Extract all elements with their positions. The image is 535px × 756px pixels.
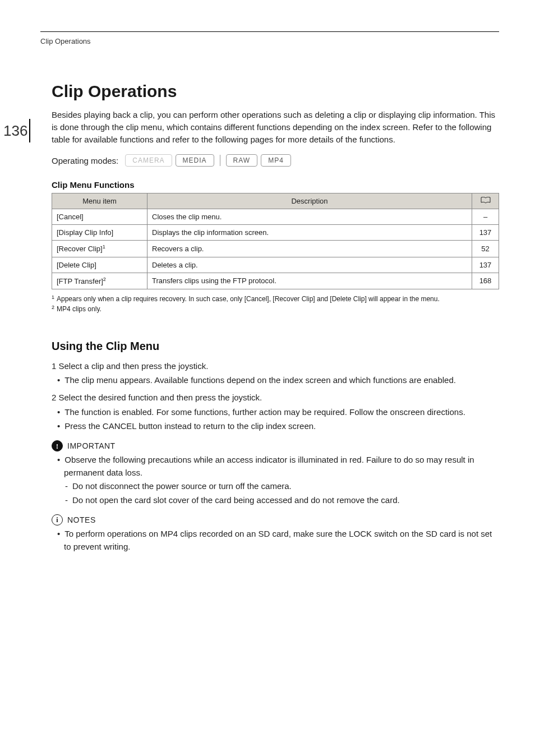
cell-menu-text: [Cancel] (57, 213, 84, 221)
page: Clip Operations 136 Clip Operations Besi… (0, 0, 535, 756)
operating-modes-row: Operating modes: CAMERA MEDIA RAW MP4 (52, 154, 499, 167)
step-2: 2 Select the desired function and then p… (52, 391, 499, 404)
steps: 1 Select a clip and then press the joyst… (52, 359, 499, 432)
cell-menu: [Recover Clip]1 (52, 241, 147, 257)
cell-menu-sup: 2 (103, 276, 106, 282)
important-sub: Do not disconnect the power source or tu… (52, 480, 499, 493)
cell-page: 52 (472, 241, 499, 257)
clip-menu-table: Menu item Description [Cancel] Closes th… (52, 193, 499, 289)
running-header: Clip Operations (40, 37, 91, 45)
cell-page: – (472, 209, 499, 225)
cell-page: 137 (472, 225, 499, 241)
intro-paragraph: Besides playing back a clip, you can per… (52, 109, 499, 145)
operating-modes-label: Operating modes: (52, 156, 118, 165)
page-number-bar (29, 119, 30, 142)
cell-menu: [FTP Transfer]2 (52, 273, 147, 289)
page-title: Clip Operations (52, 82, 499, 101)
mode-camera-pill: CAMERA (125, 154, 172, 167)
cell-desc: Recovers a clip. (147, 241, 472, 257)
important-bullet: Observe the following precautions while … (52, 454, 499, 479)
footnote-text: MP4 clips only. (57, 304, 102, 314)
th-page-ref (472, 193, 499, 209)
th-description: Description (147, 193, 472, 209)
important-icon: ! (52, 440, 63, 451)
step-2-bullet: The function is enabled. For some functi… (52, 405, 499, 418)
cell-desc: Transfers clips using the FTP protocol. (147, 273, 472, 289)
cell-menu-sup: 1 (103, 244, 105, 250)
important-sub: Do not open the card slot cover of the c… (52, 494, 499, 507)
cell-page: 168 (472, 273, 499, 289)
footnotes: 1Appears only when a clip requires recov… (52, 294, 499, 314)
cell-menu: [Cancel] (52, 209, 147, 225)
table-header-row: Menu item Description (52, 193, 499, 209)
cell-desc: Displays the clip information screen. (147, 225, 472, 241)
table-caption: Clip Menu Functions (52, 180, 499, 190)
cell-page: 137 (472, 257, 499, 273)
table-row: [Display Clip Info] Displays the clip in… (52, 225, 499, 241)
cell-menu-text: [Delete Clip] (57, 261, 96, 269)
mode-mp4-pill: MP4 (261, 154, 291, 167)
footnote-num: 2 (52, 304, 54, 314)
table-row: [Cancel] Closes the clip menu. – (52, 209, 499, 225)
important-label-block: ! IMPORTANT (52, 440, 499, 451)
cell-desc: Deletes a clip. (147, 257, 472, 273)
top-rule (40, 31, 499, 32)
notes-icon: i (52, 514, 63, 525)
important-label: IMPORTANT (67, 441, 116, 450)
page-number: 136 (3, 122, 27, 140)
notes-label: NOTES (67, 515, 96, 524)
table-row: [FTP Transfer]2 Transfers clips using th… (52, 273, 499, 289)
step-2-bullet: Press the CANCEL button instead to retur… (52, 420, 499, 432)
footnote-text: Appears only when a clip requires recove… (57, 294, 440, 304)
content: Clip Operations Besides playing back a c… (40, 31, 499, 553)
step-1-bullet: The clip menu appears. Available functio… (52, 374, 499, 386)
cell-menu-text: [FTP Transfer] (57, 277, 103, 285)
notes-body: To perform operations on MP4 clips recor… (52, 528, 499, 553)
notes-label-block: i NOTES (52, 514, 499, 525)
footnote-num: 1 (52, 294, 54, 304)
notes-bullet: To perform operations on MP4 clips recor… (52, 528, 499, 553)
cell-menu-text: [Display Clip Info] (57, 228, 113, 237)
cell-menu: [Delete Clip] (52, 257, 147, 273)
important-body: Observe the following precautions while … (52, 454, 499, 506)
step-1: 1 Select a clip and then press the joyst… (52, 359, 499, 372)
cell-menu: [Display Clip Info] (52, 225, 147, 241)
th-menu-item: Menu item (52, 193, 147, 209)
mode-separator (220, 155, 220, 166)
section-heading: Using the Clip Menu (52, 340, 499, 353)
table-row: [Delete Clip] Deletes a clip. 137 (52, 257, 499, 273)
mode-media-pill: MEDIA (176, 154, 214, 167)
book-icon (481, 197, 491, 205)
cell-menu-text: [Recover Clip] (57, 245, 103, 253)
footnote: 1Appears only when a clip requires recov… (52, 294, 499, 304)
mode-raw-pill: RAW (226, 154, 258, 167)
footnote: 2MP4 clips only. (52, 304, 499, 314)
table-row: [Recover Clip]1 Recovers a clip. 52 (52, 241, 499, 257)
cell-desc: Closes the clip menu. (147, 209, 472, 225)
